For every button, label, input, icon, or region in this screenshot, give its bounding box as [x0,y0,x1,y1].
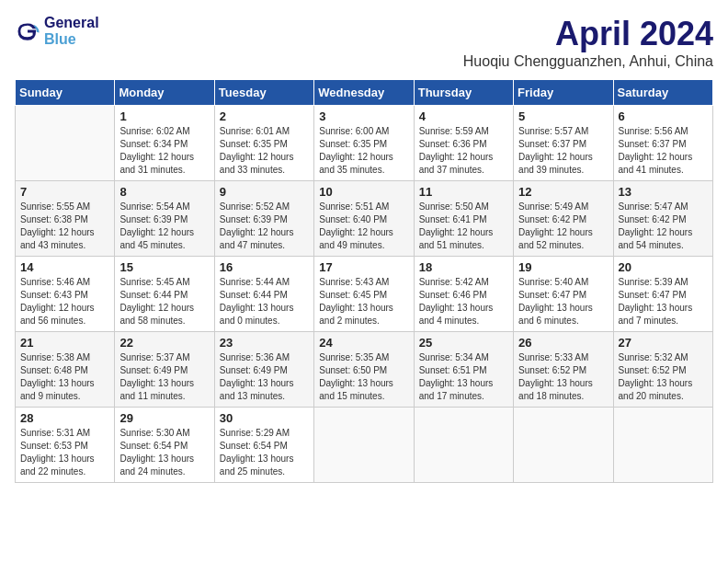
calendar-cell: 13Sunrise: 5:47 AM Sunset: 6:42 PM Dayli… [613,181,712,257]
day-info: Sunrise: 5:52 AM Sunset: 6:39 PM Dayligh… [220,201,309,252]
day-number: 12 [518,185,608,199]
day-info: Sunrise: 5:45 AM Sunset: 6:44 PM Dayligh… [119,276,209,327]
day-number: 22 [119,336,209,350]
day-number: 29 [119,411,209,425]
day-info: Sunrise: 5:42 AM Sunset: 6:46 PM Dayligh… [419,276,508,327]
day-info: Sunrise: 5:50 AM Sunset: 6:41 PM Dayligh… [419,201,508,252]
calendar-week-3: 14Sunrise: 5:46 AM Sunset: 6:43 PM Dayli… [16,257,713,332]
day-info: Sunrise: 6:02 AM Sunset: 6:34 PM Dayligh… [119,125,209,177]
calendar-cell [414,408,513,483]
day-number: 14 [20,260,109,274]
calendar-cell: 16Sunrise: 5:44 AM Sunset: 6:44 PM Dayli… [214,257,313,332]
day-info: Sunrise: 5:29 AM Sunset: 6:54 PM Dayligh… [220,427,309,478]
day-info: Sunrise: 5:46 AM Sunset: 6:43 PM Dayligh… [20,276,109,327]
day-info: Sunrise: 5:36 AM Sunset: 6:49 PM Dayligh… [220,351,309,403]
day-info: Sunrise: 5:30 AM Sunset: 6:54 PM Dayligh… [119,427,209,478]
day-number: 28 [20,411,109,425]
calendar-cell: 23Sunrise: 5:36 AM Sunset: 6:49 PM Dayli… [214,332,313,408]
calendar-cell: 24Sunrise: 5:35 AM Sunset: 6:50 PM Dayli… [314,332,414,408]
calendar-cell [16,106,115,181]
logo-icon [15,18,40,44]
day-number: 7 [20,185,109,199]
day-number: 11 [419,185,508,199]
calendar-cell: 17Sunrise: 5:43 AM Sunset: 6:45 PM Dayli… [314,257,414,332]
day-number: 23 [220,336,309,350]
calendar-cell: 2Sunrise: 6:01 AM Sunset: 6:35 PM Daylig… [214,106,313,181]
day-number: 10 [319,185,408,199]
calendar-cell: 30Sunrise: 5:29 AM Sunset: 6:54 PM Dayli… [214,408,313,483]
day-info: Sunrise: 5:40 AM Sunset: 6:47 PM Dayligh… [518,276,608,327]
calendar-cell: 1Sunrise: 6:02 AM Sunset: 6:34 PM Daylig… [115,106,214,181]
calendar-week-1: 1Sunrise: 6:02 AM Sunset: 6:34 PM Daylig… [16,106,713,181]
calendar-cell: 5Sunrise: 5:57 AM Sunset: 6:37 PM Daylig… [514,106,613,181]
calendar-cell: 12Sunrise: 5:49 AM Sunset: 6:42 PM Dayli… [514,181,613,257]
calendar-cell: 10Sunrise: 5:51 AM Sunset: 6:40 PM Dayli… [314,181,414,257]
column-header-thursday: Thursday [414,80,513,106]
calendar-cell: 29Sunrise: 5:30 AM Sunset: 6:54 PM Dayli… [115,408,214,483]
calendar-table: SundayMondayTuesdayWednesdayThursdayFrid… [15,79,713,483]
day-info: Sunrise: 5:47 AM Sunset: 6:42 PM Dayligh… [619,201,708,252]
calendar-cell: 28Sunrise: 5:31 AM Sunset: 6:53 PM Dayli… [16,408,115,483]
calendar-cell: 14Sunrise: 5:46 AM Sunset: 6:43 PM Dayli… [16,257,115,332]
calendar-cell: 9Sunrise: 5:52 AM Sunset: 6:39 PM Daylig… [214,181,313,257]
day-info: Sunrise: 5:51 AM Sunset: 6:40 PM Dayligh… [319,201,408,252]
day-info: Sunrise: 5:38 AM Sunset: 6:48 PM Dayligh… [20,351,109,403]
day-info: Sunrise: 5:59 AM Sunset: 6:36 PM Dayligh… [419,125,508,177]
column-header-tuesday: Tuesday [214,80,313,106]
day-number: 19 [518,260,608,274]
day-number: 27 [619,336,708,350]
column-header-friday: Friday [514,80,613,106]
calendar-cell: 4Sunrise: 5:59 AM Sunset: 6:36 PM Daylig… [414,106,513,181]
calendar-cell: 26Sunrise: 5:33 AM Sunset: 6:52 PM Dayli… [514,332,613,408]
day-number: 6 [619,109,708,123]
day-number: 20 [619,260,708,274]
day-info: Sunrise: 5:31 AM Sunset: 6:53 PM Dayligh… [20,427,109,478]
calendar-cell: 15Sunrise: 5:45 AM Sunset: 6:44 PM Dayli… [115,257,214,332]
day-number: 16 [220,260,309,274]
calendar-cell: 27Sunrise: 5:32 AM Sunset: 6:52 PM Dayli… [613,332,712,408]
day-info: Sunrise: 5:57 AM Sunset: 6:37 PM Dayligh… [518,125,608,177]
day-number: 8 [119,185,209,199]
day-info: Sunrise: 5:39 AM Sunset: 6:47 PM Dayligh… [619,276,708,327]
calendar-cell [314,408,414,483]
calendar-week-2: 7Sunrise: 5:55 AM Sunset: 6:38 PM Daylig… [16,181,713,257]
day-number: 24 [319,336,408,350]
logo: General Blue [15,15,99,48]
day-number: 1 [119,109,209,123]
calendar-cell: 11Sunrise: 5:50 AM Sunset: 6:41 PM Dayli… [414,181,513,257]
day-info: Sunrise: 5:43 AM Sunset: 6:45 PM Dayligh… [319,276,408,327]
calendar-cell: 18Sunrise: 5:42 AM Sunset: 6:46 PM Dayli… [414,257,513,332]
page-header: General Blue April 2024 Huoqiu Chengguan… [15,15,713,70]
day-number: 9 [220,185,309,199]
day-info: Sunrise: 5:44 AM Sunset: 6:44 PM Dayligh… [220,276,309,327]
calendar-cell: 19Sunrise: 5:40 AM Sunset: 6:47 PM Dayli… [514,257,613,332]
calendar-body: 1Sunrise: 6:02 AM Sunset: 6:34 PM Daylig… [16,106,713,483]
day-number: 26 [518,336,608,350]
day-info: Sunrise: 5:55 AM Sunset: 6:38 PM Dayligh… [20,201,109,252]
day-number: 2 [220,109,309,123]
day-info: Sunrise: 5:33 AM Sunset: 6:52 PM Dayligh… [518,351,608,403]
calendar-cell [514,408,613,483]
calendar-cell: 21Sunrise: 5:38 AM Sunset: 6:48 PM Dayli… [16,332,115,408]
calendar-cell: 22Sunrise: 5:37 AM Sunset: 6:49 PM Dayli… [115,332,214,408]
calendar-cell: 20Sunrise: 5:39 AM Sunset: 6:47 PM Dayli… [613,257,712,332]
logo-text: General Blue [44,15,99,48]
calendar-cell [613,408,712,483]
calendar-cell: 7Sunrise: 5:55 AM Sunset: 6:38 PM Daylig… [16,181,115,257]
day-info: Sunrise: 5:37 AM Sunset: 6:49 PM Dayligh… [119,351,209,403]
day-info: Sunrise: 5:49 AM Sunset: 6:42 PM Dayligh… [518,201,608,252]
day-info: Sunrise: 6:00 AM Sunset: 6:35 PM Dayligh… [319,125,408,177]
day-number: 25 [419,336,508,350]
day-number: 18 [419,260,508,274]
calendar-cell: 25Sunrise: 5:34 AM Sunset: 6:51 PM Dayli… [414,332,513,408]
day-number: 15 [119,260,209,274]
column-header-monday: Monday [115,80,214,106]
day-number: 13 [619,185,708,199]
calendar-week-4: 21Sunrise: 5:38 AM Sunset: 6:48 PM Dayli… [16,332,713,408]
day-number: 17 [319,260,408,274]
day-info: Sunrise: 6:01 AM Sunset: 6:35 PM Dayligh… [220,125,309,177]
day-number: 4 [419,109,508,123]
month-title: April 2024 [463,15,713,53]
day-number: 21 [20,336,109,350]
calendar-cell: 3Sunrise: 6:00 AM Sunset: 6:35 PM Daylig… [314,106,414,181]
